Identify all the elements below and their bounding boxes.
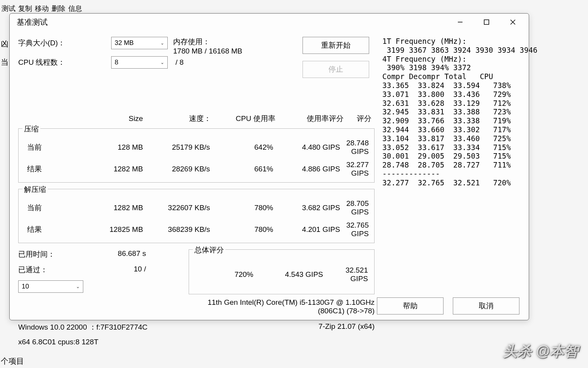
chevron-down-icon: ⌄ [160,60,164,65]
cpu-threads-dropdown[interactable]: 8 ⌄ [111,56,168,69]
passes-dropdown[interactable]: 10 ⌄ [18,280,83,293]
background-bottom-text: 个项目 [1,356,24,366]
compress-group: 压缩 当前 128 MB 25179 KB/s 642% 4.480 GIPS … [18,128,375,183]
compress-current-row: 当前 128 MB 25179 KB/s 642% 4.480 GIPS 28.… [21,136,372,158]
background-left-chars: 凶 当 [1,39,9,75]
help-button[interactable]: 帮助 [377,297,444,314]
passed-label: 已通过： [18,265,48,275]
chevron-down-icon: ⌄ [76,284,80,289]
elapsed-label: 已用时间： [18,249,55,259]
cpu-detail: (806C1) (78->78) [189,307,375,315]
titlebar: 基准测试 [10,14,529,31]
decompress-current-row: 当前 1282 MB 322607 KB/s 780% 3.682 GIPS 2… [21,197,372,219]
frequency-stats-panel: 1T Frequency (MHz): 3199 3367 3863 3924 … [382,37,537,312]
passed-value: 10 / [134,265,146,275]
close-button[interactable] [504,16,522,28]
memory-usage: 内存使用： 1780 MB / 16168 MB [173,37,242,55]
stop-button[interactable]: 停止 [303,61,369,78]
svg-rect-1 [484,20,489,24]
elapsed-value: 86.687 s [118,249,146,259]
cancel-button[interactable]: 取消 [453,297,519,314]
decompress-group: 解压缩 当前 1282 MB 322607 KB/s 780% 3.682 GI… [18,189,375,243]
dict-size-dropdown[interactable]: 32 MB ⌄ [111,37,168,49]
header-row: Size 速度： CPU 使用率 使用率评分 评分 [18,111,375,126]
overall-group: 总体评分 720% 4.543 GIPS 32.521 GIPS [189,249,375,294]
decompress-result-row: 结果 12825 MB 368239 KB/s 780% 4.201 GIPS … [21,219,372,240]
watermark: 头杀 @本智 [503,342,579,361]
background-menu: 测试 复制 移动 删除 信息 [0,4,84,13]
cpu-threads-label: CPU 线程数： [18,57,111,67]
threads-total: / 8 [175,58,184,67]
dict-size-label: 字典大小(D)： [18,38,111,48]
os-info: Windows 10.0 22000 ：f:7F310F2774C [18,322,148,332]
build-info: x64 6.8C01 cpus:8 128T [18,338,375,346]
maximize-button[interactable] [478,16,495,28]
cpu-name: 11th Gen Intel(R) Core(TM) i5-1130G7 @ 1… [189,298,375,307]
benchmark-dialog: 基准测试 字典大小(D)： 32 MB ⌄ CPU 线程数： 8 [9,13,529,320]
compress-result-row: 结果 1282 MB 28269 KB/s 661% 4.886 GIPS 32… [21,158,372,180]
minimize-button[interactable] [451,16,469,28]
chevron-down-icon: ⌄ [160,40,164,46]
dialog-title: 基准测试 [17,17,443,28]
restart-button[interactable]: 重新开始 [303,37,369,54]
zip-version: 7-Zip 21.07 (x64) [318,322,375,332]
